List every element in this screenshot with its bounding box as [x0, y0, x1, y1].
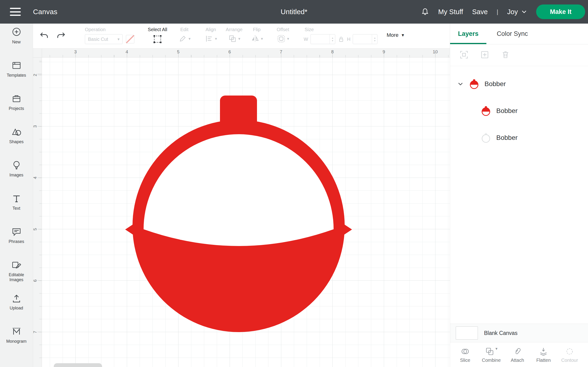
arrange-icon: [228, 34, 237, 43]
combine-icon: [485, 347, 494, 356]
bobber-thumbnail-icon: [480, 105, 491, 117]
ruler-mark: 6: [33, 279, 38, 282]
arrange-dropdown[interactable]: ▾: [223, 34, 245, 43]
height-label: H: [347, 37, 350, 42]
user-menu[interactable]: Joy: [507, 8, 527, 16]
sidebar-item-phrases[interactable]: Phrases: [0, 226, 33, 260]
top-bar: Canvas Untitled* My Stuff Save | Joy Mak…: [0, 0, 588, 24]
redo-button[interactable]: [56, 31, 66, 42]
pencil-icon: [178, 34, 187, 43]
layer-name: Bobber: [484, 80, 506, 88]
layer-group-row[interactable]: Bobber: [457, 75, 588, 92]
images-icon: [11, 160, 22, 171]
upload-icon: [11, 293, 22, 304]
width-stepper[interactable]: ▴▾: [330, 34, 335, 44]
zoom-control[interactable]: [54, 363, 102, 367]
make-it-button[interactable]: Make It: [536, 4, 585, 19]
slice-button[interactable]: Slice: [453, 347, 477, 363]
more-button[interactable]: More ▼: [387, 32, 405, 38]
chevron-down-icon: [521, 9, 527, 15]
layer-row[interactable]: Bobber: [457, 102, 588, 119]
select-all-group: Select All: [144, 27, 171, 45]
delete-layer-button[interactable]: [500, 50, 510, 60]
canvas-color-swatch[interactable]: [456, 326, 478, 340]
ruler-mark: 6: [229, 49, 231, 54]
bobber-shape[interactable]: [42, 58, 450, 367]
undo-icon: [39, 31, 49, 41]
menu-button[interactable]: [10, 8, 21, 16]
flip-dropdown[interactable]: ▾: [248, 34, 265, 43]
offset-label: Offset: [272, 27, 294, 32]
ruler-horizontal: 3 4 5 6 7 8 9 10: [42, 49, 450, 58]
bobber-outline-thumbnail-icon: [480, 132, 491, 143]
flip-icon: [251, 34, 260, 43]
canvas-area[interactable]: [42, 58, 450, 367]
group-icon: [459, 50, 469, 60]
ruler-mark: 4: [126, 49, 128, 54]
layer-actions-bar: Slice ▾ Combine Attach: [450, 342, 588, 367]
arrange-label: Arrange: [223, 27, 245, 32]
sidebar-item-new[interactable]: New: [0, 27, 33, 60]
select-all-icon: [153, 34, 163, 44]
contour-button[interactable]: Contour: [557, 347, 582, 363]
sidebar-item-editable-images[interactable]: Editable Images: [0, 260, 33, 293]
layers-list: Bobber Bobber Bobber: [450, 66, 588, 146]
templates-icon: [11, 60, 22, 71]
top-bar-right: My Stuff Save | Joy Make It: [421, 4, 585, 19]
sidebar-item-shapes[interactable]: Shapes: [0, 127, 33, 160]
undo-button[interactable]: [39, 31, 49, 42]
tab-color-sync[interactable]: Color Sync: [494, 24, 530, 44]
sidebar-item-images[interactable]: Images: [0, 160, 33, 193]
add-layer-icon: [480, 50, 490, 60]
align-label: Align: [201, 27, 221, 32]
ruler-mark: 5: [33, 228, 38, 231]
attach-icon: [513, 347, 522, 356]
arrange-group: Arrange ▾: [223, 27, 245, 43]
sidebar-item-projects[interactable]: Projects: [0, 93, 33, 127]
sidebar-item-upload[interactable]: Upload: [0, 293, 33, 326]
operation-label: Operation: [85, 27, 134, 32]
chevron-down-icon: ▾: [189, 37, 191, 41]
notifications-button[interactable]: [421, 8, 429, 16]
app-root: Canvas Untitled* My Stuff Save | Joy Mak…: [0, 0, 588, 367]
select-all-button[interactable]: [153, 34, 163, 45]
height-stepper[interactable]: ▴▾: [372, 34, 377, 44]
layer-name: Bobber: [496, 134, 517, 142]
operation-dropdown[interactable]: Basic Cut ▾: [85, 34, 122, 44]
edit-dropdown[interactable]: ▾: [174, 34, 194, 43]
duplicate-layer-button[interactable]: [480, 50, 490, 60]
align-dropdown[interactable]: ▾: [201, 34, 221, 43]
phrases-icon: [11, 226, 22, 237]
combine-button[interactable]: ▾ Combine: [479, 347, 504, 363]
chevron-down-icon: ▼: [401, 33, 405, 37]
tab-layers[interactable]: Layers: [450, 24, 486, 44]
flatten-button[interactable]: Flatten: [531, 347, 556, 363]
ruler-mark: 5: [177, 49, 180, 54]
color-swatch[interactable]: [126, 35, 134, 43]
left-sidebar: New Templates Projects Shapes Images: [0, 24, 33, 367]
divider: |: [497, 8, 498, 16]
panel-tabs: Layers Color Sync: [450, 24, 588, 44]
my-stuff-link[interactable]: My Stuff: [438, 8, 463, 16]
layer-tools: [450, 44, 588, 66]
sidebar-item-text[interactable]: Text: [0, 193, 33, 226]
chevron-down-icon[interactable]: [457, 81, 464, 87]
size-lock-button[interactable]: [338, 35, 345, 43]
chevron-down-icon: ▾: [238, 37, 240, 41]
layer-row[interactable]: Bobber: [457, 129, 588, 146]
flatten-icon: [539, 347, 548, 356]
editable-images-icon: [11, 260, 22, 271]
document-title[interactable]: Untitled*: [281, 8, 307, 16]
blank-canvas-row[interactable]: Blank Canvas: [450, 324, 588, 342]
group-layers-button[interactable]: [459, 50, 469, 60]
sidebar-item-templates[interactable]: Templates: [0, 60, 33, 93]
save-link[interactable]: Save: [472, 8, 488, 16]
attach-button[interactable]: Attach: [505, 347, 530, 363]
size-label: Size: [304, 27, 377, 32]
sidebar-item-monogram[interactable]: Monogram: [0, 326, 33, 359]
offset-dropdown[interactable]: ▾: [272, 34, 294, 43]
ruler-mark: 2: [33, 74, 38, 76]
canvas-menu[interactable]: Canvas: [33, 8, 57, 16]
slice-icon: [460, 347, 470, 356]
projects-icon: [11, 93, 22, 104]
